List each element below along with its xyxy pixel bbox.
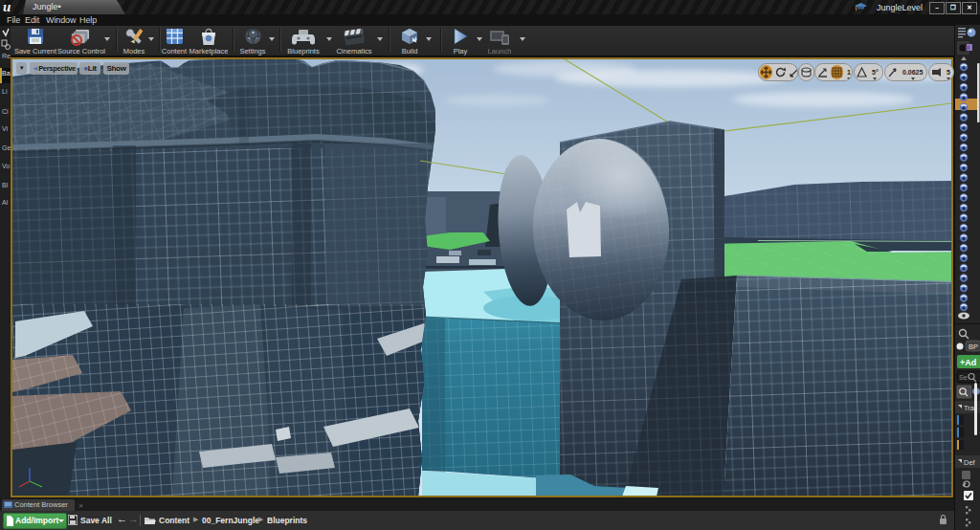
svg-text:BP: BP	[969, 342, 978, 351]
svg-text:Def: Def	[964, 458, 976, 467]
svg-text:Tra: Tra	[964, 404, 975, 412]
svg-text:+Ad: +Ad	[960, 358, 976, 367]
svg-text:Se: Se	[959, 374, 968, 381]
